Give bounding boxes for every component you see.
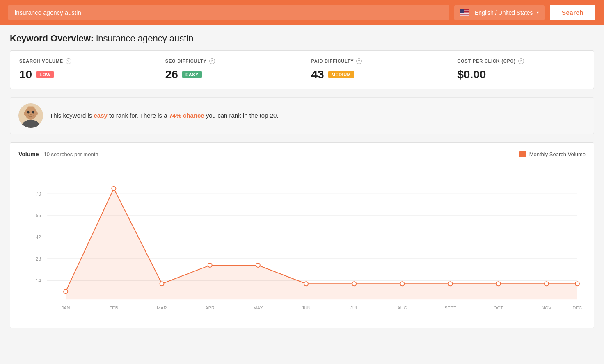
data-point-oct — [496, 282, 501, 286]
language-label: English / United States — [475, 9, 533, 16]
svg-point-13 — [27, 111, 30, 114]
x-label-aug: AUG — [397, 305, 407, 310]
badge-easy: EASY — [182, 71, 202, 78]
avatar — [18, 103, 43, 128]
x-label-apr: APR — [205, 305, 215, 310]
data-point-sept — [448, 282, 453, 286]
chart-svg: 70 56 42 28 14 — [18, 164, 586, 320]
avatar-image — [18, 103, 43, 128]
metric-card-search-volume: SEARCH VOLUME ? 10 LOW — [10, 51, 156, 89]
data-point-jan — [64, 289, 68, 293]
svg-point-15 — [30, 114, 32, 115]
help-icon-search-volume[interactable]: ? — [66, 58, 71, 64]
metric-label-cpc: COST PER CLICK (CPC) ? — [457, 58, 585, 64]
data-point-may — [256, 263, 260, 267]
metric-value-search-volume: 10 LOW — [19, 68, 147, 81]
page-title-bold: Keyword Overview: — [10, 33, 94, 43]
svg-rect-5 — [460, 14, 469, 14]
svg-point-14 — [32, 111, 34, 114]
x-label-dec: DEC — [572, 305, 582, 310]
metric-card-paid-difficulty: PAID DIFFICULTY ? 43 MEDIUM — [302, 51, 448, 89]
y-label-56: 56 — [36, 213, 41, 218]
data-point-aug — [400, 282, 404, 286]
chart-sub-label: 10 searches per month — [44, 151, 98, 157]
data-point-nov — [545, 282, 549, 286]
data-point-mar — [160, 282, 164, 286]
metric-label-paid-difficulty: PAID DIFFICULTY ? — [311, 58, 439, 64]
svg-rect-7 — [460, 9, 464, 13]
x-label-oct: OCT — [494, 305, 503, 310]
x-label-sept: SEPT — [444, 305, 456, 310]
metric-value-paid-difficulty: 43 MEDIUM — [311, 68, 439, 81]
x-label-mar: MAR — [157, 305, 167, 310]
data-point-jun — [304, 282, 308, 286]
search-input[interactable] — [8, 5, 449, 20]
metric-card-seo-difficulty: SEO DIFFICULTY ? 26 EASY — [156, 51, 302, 89]
y-label-42: 42 — [36, 234, 41, 240]
svg-point-12 — [35, 112, 38, 115]
insight-bar: This keyword is easy to rank for. There … — [10, 97, 594, 134]
chart-section: Volume 10 searches per month Monthly Sea… — [10, 142, 594, 328]
metric-value-cpc: $0.00 — [457, 68, 585, 81]
svg-point-11 — [24, 112, 26, 115]
x-label-jun: JUN — [302, 305, 310, 310]
help-icon-paid-difficulty[interactable]: ? — [356, 58, 362, 64]
x-label-jan: JAN — [62, 305, 70, 310]
language-selector[interactable]: English / United States ▾ — [454, 5, 545, 20]
x-label-feb: FEB — [110, 305, 118, 310]
svg-rect-4 — [460, 13, 469, 13]
help-icon-cpc[interactable]: ? — [518, 58, 524, 64]
page-title-keyword: insurance agency austin — [96, 33, 193, 43]
badge-medium: MEDIUM — [328, 71, 355, 78]
insight-chance-label: 74% chance — [169, 112, 204, 119]
insight-text: This keyword is easy to rank for. There … — [50, 111, 279, 121]
y-label-14: 14 — [36, 278, 41, 284]
svg-rect-6 — [460, 15, 469, 15]
y-label-28: 28 — [36, 256, 41, 262]
chart-legend: Monthly Search Volume — [519, 151, 586, 157]
header: English / United States ▾ Search — [0, 0, 604, 25]
metric-value-seo-difficulty: 26 EASY — [165, 68, 293, 81]
chevron-down-icon: ▾ — [537, 10, 539, 15]
chart-header: Volume 10 searches per month Monthly Sea… — [18, 151, 586, 157]
flag-icon — [460, 9, 469, 16]
metric-cards: SEARCH VOLUME ? 10 LOW SEO DIFFICULTY ? … — [10, 50, 594, 89]
chart-header-left: Volume 10 searches per month — [18, 151, 98, 157]
help-icon-seo-difficulty[interactable]: ? — [209, 58, 215, 64]
x-label-may: MAY — [253, 305, 263, 310]
data-point-jul — [352, 282, 356, 286]
page-title: Keyword Overview: insurance agency austi… — [10, 33, 594, 44]
search-button[interactable]: Search — [549, 4, 596, 21]
metric-label-search-volume: SEARCH VOLUME ? — [19, 58, 147, 64]
main-content: Keyword Overview: insurance agency austi… — [0, 25, 604, 337]
chart-volume-label: Volume — [18, 151, 39, 157]
svg-point-16 — [27, 106, 35, 111]
data-point-apr — [208, 263, 212, 267]
insight-easy-label: easy — [94, 112, 108, 119]
legend-color-box — [519, 151, 526, 157]
legend-label: Monthly Search Volume — [529, 151, 586, 157]
chart-container: 70 56 42 28 14 — [18, 164, 586, 320]
data-point-feb — [112, 187, 116, 191]
metric-label-seo-difficulty: SEO DIFFICULTY ? — [165, 58, 293, 64]
y-label-70: 70 — [36, 191, 41, 197]
x-label-nov: NOV — [542, 305, 552, 310]
x-label-jul: JUL — [350, 305, 358, 310]
data-point-dec — [575, 282, 579, 286]
badge-low: LOW — [36, 71, 54, 78]
metric-card-cpc: COST PER CLICK (CPC) ? $0.00 — [448, 51, 594, 89]
